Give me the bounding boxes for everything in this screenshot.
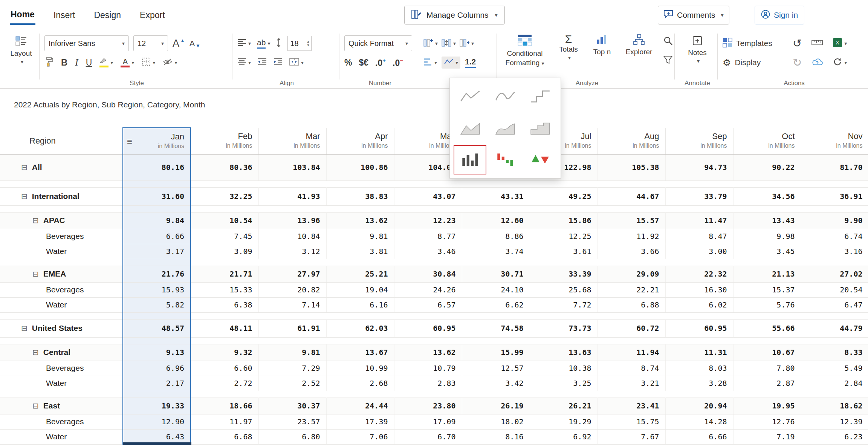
column-header-apr[interactable]: Aprin Millions bbox=[326, 128, 394, 154]
table-cell[interactable]: 19.29 bbox=[530, 414, 598, 429]
ruler-button[interactable] bbox=[811, 40, 823, 47]
table-cell[interactable]: 9.13 bbox=[123, 344, 191, 361]
table-cell[interactable]: 15.33 bbox=[191, 282, 258, 297]
manage-columns-button[interactable]: Manage Columns ▾ bbox=[404, 6, 505, 24]
display-button[interactable]: ⚙ Display bbox=[723, 57, 783, 68]
table-cell[interactable]: 19.33 bbox=[123, 398, 191, 414]
table-cell[interactable]: 11.92 bbox=[598, 229, 665, 244]
table-cell[interactable]: 30.84 bbox=[394, 266, 462, 282]
redo-button[interactable]: ↻ bbox=[793, 56, 802, 69]
table-cell[interactable]: 7.72 bbox=[530, 297, 598, 312]
wrap-text-button[interactable]: ab ▾ bbox=[257, 38, 270, 49]
table-cell[interactable]: 27.02 bbox=[801, 266, 868, 282]
table-cell[interactable]: 3.66 bbox=[598, 244, 665, 259]
stepper-icons[interactable]: ▴▾ bbox=[307, 40, 309, 47]
row-label[interactable]: ⊟All bbox=[0, 154, 123, 180]
collapse-icon[interactable]: ⊟ bbox=[21, 192, 28, 200]
column-header-oct[interactable]: Octin Millions bbox=[733, 128, 801, 154]
table-cell[interactable]: 3.81 bbox=[326, 244, 394, 259]
table-cell[interactable]: 6.43 bbox=[123, 429, 191, 444]
table-cell[interactable]: 44.79 bbox=[801, 319, 868, 337]
table-cell[interactable]: 36.91 bbox=[801, 187, 868, 205]
totals-button[interactable]: Σ Totals ▾ bbox=[555, 34, 582, 61]
tab-design[interactable]: Design bbox=[93, 6, 122, 24]
row-label[interactable]: ⊟International bbox=[0, 187, 123, 205]
table-cell[interactable]: 2.72 bbox=[191, 376, 258, 391]
column-header-jan[interactable]: ≡Janin Millions bbox=[123, 128, 191, 154]
table-cell[interactable]: 17.39 bbox=[326, 414, 394, 429]
table-cell[interactable]: 3.45 bbox=[733, 244, 801, 259]
add-column-button[interactable]: ▾ bbox=[423, 38, 438, 49]
table-cell[interactable]: 7.29 bbox=[258, 361, 326, 376]
table-cell[interactable]: 8.03 bbox=[665, 361, 733, 376]
table-cell[interactable]: 15.93 bbox=[123, 282, 191, 297]
table-cell[interactable]: 3.46 bbox=[394, 244, 462, 259]
table-cell[interactable]: 12.57 bbox=[462, 361, 530, 376]
decrease-decimal-button[interactable]: .0− bbox=[393, 57, 403, 68]
table-cell[interactable]: 10.38 bbox=[530, 361, 598, 376]
table-cell[interactable]: 6.62 bbox=[462, 297, 530, 312]
vertical-align-button[interactable]: ▾ bbox=[237, 58, 251, 67]
table-cell[interactable]: 21.71 bbox=[191, 266, 258, 282]
top-n-button[interactable]: Top n bbox=[589, 34, 615, 56]
table-cell[interactable]: 48.57 bbox=[123, 319, 191, 337]
table-cell[interactable]: 33.79 bbox=[665, 187, 733, 205]
table-cell[interactable]: 3.12 bbox=[258, 244, 326, 259]
table-cell[interactable]: 6.74 bbox=[801, 229, 868, 244]
table-cell[interactable]: 81.70 bbox=[801, 154, 868, 180]
row-label[interactable]: Water bbox=[0, 429, 123, 444]
table-cell[interactable]: 12.90 bbox=[123, 414, 191, 429]
table-cell[interactable]: 13.62 bbox=[326, 212, 394, 229]
table-cell[interactable]: 26.21 bbox=[530, 398, 598, 414]
table-cell[interactable]: 29.09 bbox=[598, 266, 665, 282]
table-cell[interactable]: 25.21 bbox=[326, 266, 394, 282]
sparkline-option-win-loss[interactable] bbox=[489, 145, 521, 174]
table-cell[interactable]: 3.61 bbox=[530, 244, 598, 259]
table-cell[interactable]: 7.80 bbox=[733, 361, 801, 376]
table-cell[interactable]: 12.23 bbox=[394, 212, 462, 229]
table-cell[interactable]: 6.70 bbox=[394, 429, 462, 444]
collapse-icon[interactable]: ⊟ bbox=[21, 163, 28, 171]
table-cell[interactable]: 5.82 bbox=[123, 297, 191, 312]
table-cell[interactable]: 80.36 bbox=[191, 154, 258, 180]
search-button[interactable] bbox=[663, 36, 673, 47]
font-family-select[interactable]: Inforiver Sans ▾ bbox=[44, 35, 129, 51]
table-cell[interactable]: 8.33 bbox=[801, 344, 868, 361]
column-header-aug[interactable]: Augin Millions bbox=[598, 128, 665, 154]
table-cell[interactable]: 15.75 bbox=[598, 414, 665, 429]
table-cell[interactable]: 23.41 bbox=[598, 398, 665, 414]
table-cell[interactable]: 33.39 bbox=[530, 266, 598, 282]
collapse-icon[interactable]: ⊟ bbox=[32, 402, 39, 410]
currency-format-button[interactable]: $€ bbox=[359, 58, 368, 68]
table-cell[interactable]: 3.00 bbox=[665, 244, 733, 259]
row-label[interactable]: ⊟EMEA bbox=[0, 266, 123, 282]
shrink-font-button[interactable]: A▼ bbox=[189, 39, 200, 48]
horizontal-align-button[interactable]: ▾ bbox=[237, 39, 251, 48]
increase-indent-button[interactable] bbox=[274, 58, 283, 67]
font-size-select[interactable]: 12 ▾ bbox=[133, 35, 168, 51]
table-cell[interactable]: 12.76 bbox=[733, 414, 801, 429]
collapse-icon[interactable]: ⊟ bbox=[21, 324, 28, 332]
table-cell[interactable]: 105.38 bbox=[598, 154, 665, 180]
table-cell[interactable]: 80.16 bbox=[123, 154, 191, 180]
table-cell[interactable]: 6.60 bbox=[191, 361, 258, 376]
table-cell[interactable]: 10.67 bbox=[733, 344, 801, 361]
swap-columns-button[interactable]: ▾ bbox=[442, 38, 456, 49]
table-cell[interactable]: 6.23 bbox=[801, 429, 868, 444]
table-cell[interactable]: 9.81 bbox=[326, 229, 394, 244]
table-cell[interactable]: 21.76 bbox=[123, 266, 191, 282]
table-cell[interactable]: 11.47 bbox=[665, 212, 733, 229]
sparkline-option-step-line[interactable] bbox=[524, 82, 557, 111]
table-cell[interactable]: 2.83 bbox=[394, 376, 462, 391]
table-cell[interactable]: 2.52 bbox=[258, 376, 326, 391]
grow-font-button[interactable]: A▲ bbox=[173, 38, 185, 49]
table-cell[interactable]: 18.62 bbox=[801, 398, 868, 414]
row-height-input[interactable]: 18 ▴▾ bbox=[287, 36, 312, 51]
table-cell[interactable]: 23.80 bbox=[394, 398, 462, 414]
table-cell[interactable]: 8.47 bbox=[665, 229, 733, 244]
row-label[interactable]: Beverages bbox=[0, 361, 123, 376]
table-cell[interactable]: 6.16 bbox=[326, 297, 394, 312]
table-cell[interactable]: 24.10 bbox=[462, 282, 530, 297]
row-label[interactable]: Water bbox=[0, 297, 123, 312]
explorer-button[interactable]: Explorer bbox=[622, 34, 656, 56]
